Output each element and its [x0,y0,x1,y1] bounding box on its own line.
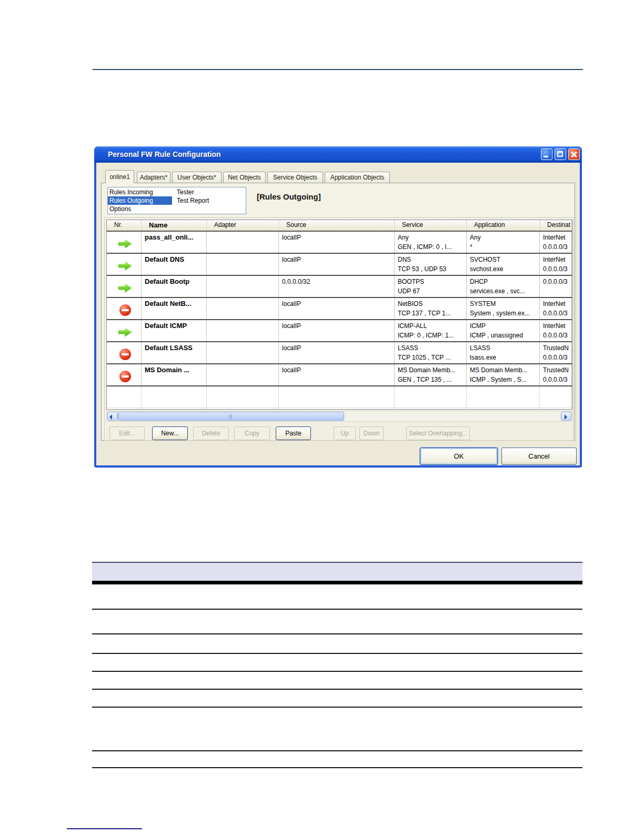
nav-item-tester[interactable]: Tester [175,188,194,196]
deny-icon [119,349,131,360]
edit-button[interactable]: Edit... [109,426,145,440]
doc-table-row-line [92,633,582,634]
tab-user-objects[interactable]: User Objects* [172,172,222,183]
copy-button[interactable]: Copy [234,426,270,440]
tab-application-objects[interactable]: Application Objects [325,172,390,183]
tab-service-objects[interactable]: Service Objects [267,172,323,183]
column-header-service[interactable]: Service [395,220,467,231]
down-button[interactable]: Down [359,426,384,440]
doc-table-row-line [92,767,582,768]
column-header-nr[interactable]: Nr. [107,220,142,231]
doc-table-row-line [92,653,582,654]
window-title: Personal FW Rule Configuration [108,146,221,163]
doc-table-thick-border [92,581,582,584]
nav-item-rules-outgoing[interactable]: Rules Outgoing [108,196,172,205]
allow-icon [118,327,132,337]
page-top-rule [93,69,583,70]
nav-item-rules-incoming[interactable]: Rules Incoming [108,188,153,196]
delete-button[interactable]: Delete [193,426,229,440]
ok-button[interactable]: OK [420,448,498,465]
column-header-destination[interactable]: Destinat [540,220,572,231]
doc-table-row-line [92,609,582,610]
document-page: Personal FW Rule Configuration online1 A… [0,0,644,834]
column-header-source[interactable]: Source [279,220,395,231]
maximize-icon[interactable] [555,148,566,160]
paste-button[interactable]: Paste [276,426,311,440]
allow-icon [118,239,132,249]
table-row[interactable]: MS Domain ... localIP MS Domain Memb...G… [107,364,572,386]
table-row[interactable]: Default ICMP localIP ICMP-ALLICMP: 0 , I… [107,320,572,342]
scroll-right-icon[interactable] [561,412,571,421]
deny-icon [119,371,131,382]
tab-online1[interactable]: online1 [105,170,134,183]
doc-table-header-band [92,562,582,582]
select-overlapping-button[interactable]: Select Overlapping... [406,426,470,440]
table-row[interactable]: Default NetB... localIP NetBIOSTCP 137 ,… [107,298,572,320]
tab-net-objects[interactable]: Net Objects [223,172,266,183]
section-title: [Rules Outgoing] [257,192,321,201]
empty-table-row [107,386,572,408]
tab-page-online1: Rules Incoming Rules Outgoing Options Te… [101,183,575,441]
column-header-adapter[interactable]: Adapter [207,220,279,231]
empty-table-row [107,408,572,410]
table-row[interactable]: pass_all_onli... localIP AnyGEN , ICMP: … [107,232,572,254]
scroll-left-icon[interactable] [107,412,118,421]
nav-item-options[interactable]: Options [108,205,131,213]
rules-table: Nr. Name Adapter Source Service Applicat… [106,220,572,410]
cancel-button[interactable]: Cancel [501,448,577,465]
titlebar[interactable]: Personal FW Rule Configuration [94,146,582,163]
scrollbar-thumb[interactable] [118,412,344,421]
allow-icon [118,283,132,293]
allow-icon [118,261,132,271]
new-button[interactable]: New... [152,426,188,440]
tab-adapters[interactable]: Adapters* [137,172,170,183]
deny-icon [119,304,131,316]
doc-table-row-line [92,689,582,690]
rules-panel: Nr. Name Adapter Source Service Applicat… [104,217,573,441]
minimize-icon[interactable] [541,148,552,160]
nav-item-test-report[interactable]: Test Report [175,196,209,205]
up-button[interactable]: Up [334,426,356,440]
horizontal-scrollbar[interactable] [106,411,572,422]
column-header-name[interactable]: Name [142,220,207,231]
column-header-application[interactable]: Application [467,220,540,231]
doc-table-row-line [92,750,582,751]
table-header-row: Nr. Name Adapter Source Service Applicat… [107,220,572,232]
table-row[interactable]: Default LSASS localIP LSASSTCP 1025 , TC… [107,342,572,364]
doc-table-row-line [92,707,582,708]
footer-link-underline[interactable] [67,828,142,829]
table-row[interactable]: Default Bootp 0.0.0.0/32 BOOTPSUDP 67 DH… [107,276,572,298]
fw-rule-configuration-dialog: Personal FW Rule Configuration online1 A… [94,146,582,468]
doc-table-row-line [92,671,582,672]
rules-nav-list[interactable]: Rules Incoming Rules Outgoing Options Te… [107,187,246,214]
table-row[interactable]: Default DNS localIP DNSTCP 53 , UDP 53 S… [107,254,572,276]
close-icon[interactable] [568,148,580,160]
